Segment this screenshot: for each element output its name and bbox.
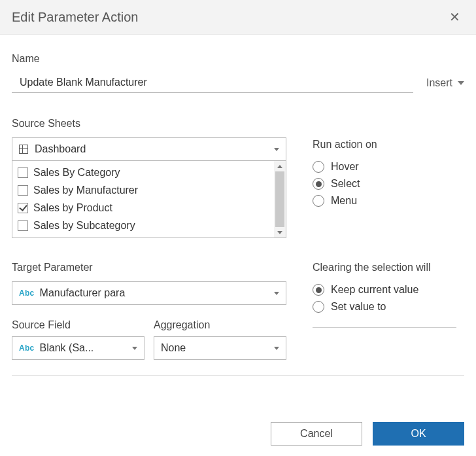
abc-icon: Abc	[19, 343, 35, 353]
chevron-down-icon	[274, 292, 279, 295]
source-sheets-items: Sales By Category Sales by Manufacturer …	[12, 161, 274, 237]
source-field-value: Blank (Sa...	[40, 342, 132, 354]
run-action-radio-group: Hover Select Menu	[313, 158, 464, 209]
dashboard-icon	[19, 145, 28, 154]
list-item-label: Sales By Category	[33, 167, 120, 179]
list-item[interactable]: Sales by Subcategory	[12, 217, 274, 234]
source-sheets-dropdown[interactable]: Dashboard	[12, 137, 286, 161]
dialog-footer: Cancel OK	[0, 422, 476, 456]
source-sheets-label: Source Sheets	[12, 118, 286, 130]
target-block: Target Parameter Abc Manufacturer para S…	[12, 255, 464, 360]
chevron-down-icon	[132, 347, 137, 350]
source-sheets-listbox: Sales By Category Sales by Manufacturer …	[12, 161, 286, 238]
radio-hover[interactable]: Hover	[313, 158, 464, 175]
scrollbar[interactable]	[274, 161, 286, 237]
list-item[interactable]: Sales by Manufacturer	[12, 181, 274, 199]
list-item-label: Sales by Product	[33, 202, 112, 214]
scroll-up-icon[interactable]	[274, 161, 286, 171]
checkbox-icon[interactable]	[18, 167, 28, 178]
checkbox-icon[interactable]	[18, 185, 28, 196]
run-action-label: Run action on	[313, 139, 464, 150]
clearing-label: Clearing the selection will	[313, 262, 464, 273]
edit-parameter-action-dialog: Edit Parameter Action ✕ Name Insert Sour…	[0, 0, 476, 456]
aggregation-label: Aggregation	[154, 319, 286, 331]
dialog-body: Name Insert Source Sheets Dashboard	[0, 35, 476, 422]
name-label: Name	[12, 53, 464, 65]
aggregation-value: None	[161, 342, 274, 354]
radio-icon	[313, 178, 324, 190]
radio-label: Select	[331, 178, 360, 190]
ok-button[interactable]: OK	[373, 422, 464, 446]
chevron-down-icon	[274, 347, 279, 350]
close-icon[interactable]: ✕	[445, 8, 464, 26]
name-row: Insert	[12, 73, 464, 93]
set-value-divider	[313, 327, 456, 328]
source-sheets-value: Dashboard	[35, 143, 274, 155]
scroll-thumb[interactable]	[275, 171, 284, 227]
target-parameter-value: Manufacturer para	[40, 287, 274, 299]
radio-label: Set value to	[331, 301, 386, 313]
list-item-label: Sales by Subcategory	[33, 220, 135, 232]
checkbox-icon[interactable]	[18, 203, 28, 213]
list-item-label: Sales by Manufacturer	[33, 184, 138, 196]
cancel-button-label: Cancel	[300, 428, 333, 440]
name-input[interactable]	[12, 73, 413, 93]
clearing-radio-group: Keep current value Set value to	[313, 281, 464, 315]
abc-icon: Abc	[19, 289, 35, 298]
radio-icon	[313, 195, 324, 207]
scroll-down-icon[interactable]	[274, 227, 286, 237]
dialog-titlebar: Edit Parameter Action ✕	[0, 0, 476, 35]
radio-keep-current[interactable]: Keep current value	[313, 281, 464, 298]
radio-select[interactable]: Select	[313, 175, 464, 192]
footer-divider	[12, 376, 464, 376]
radio-icon	[313, 284, 324, 296]
insert-label: Insert	[426, 77, 452, 89]
radio-menu[interactable]: Menu	[313, 192, 464, 209]
radio-label: Hover	[331, 161, 359, 173]
radio-set-value[interactable]: Set value to	[313, 298, 464, 315]
radio-label: Menu	[331, 195, 357, 207]
dialog-title: Edit Parameter Action	[12, 10, 138, 25]
insert-dropdown[interactable]: Insert	[426, 77, 464, 93]
target-parameter-label: Target Parameter	[12, 262, 286, 273]
ok-button-label: OK	[411, 428, 426, 440]
list-item[interactable]: Sales By Category	[12, 164, 274, 181]
source-field-dropdown[interactable]: Abc Blank (Sa...	[12, 336, 144, 360]
radio-label: Keep current value	[331, 284, 418, 296]
source-aggregation-row: Source Field Abc Blank (Sa... Aggregatio…	[12, 310, 286, 360]
cancel-button[interactable]: Cancel	[271, 422, 362, 446]
aggregation-dropdown[interactable]: None	[154, 336, 286, 360]
chevron-down-icon	[458, 81, 464, 85]
source-sheets-block: Source Sheets Dashboard Sales By Categor…	[12, 111, 464, 238]
list-item[interactable]: Sales by Product	[12, 199, 274, 217]
radio-icon	[313, 161, 324, 173]
checkbox-icon[interactable]	[18, 220, 28, 231]
target-parameter-dropdown[interactable]: Abc Manufacturer para	[12, 281, 286, 305]
radio-icon	[313, 301, 324, 313]
source-field-label: Source Field	[12, 319, 144, 331]
chevron-down-icon	[274, 148, 279, 151]
